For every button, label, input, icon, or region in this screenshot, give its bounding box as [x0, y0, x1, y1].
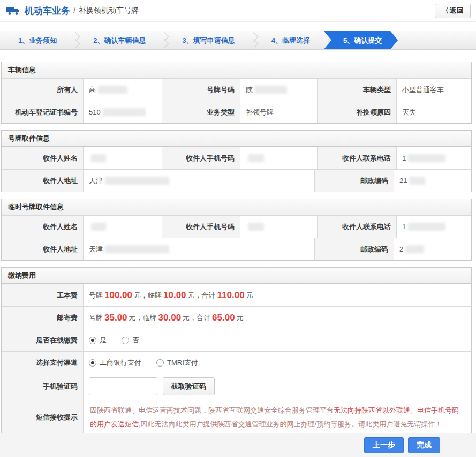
pay-channel-icbc-label: 工商银行支付: [100, 358, 141, 368]
recipient-mobile-label: 收件人手机号码: [162, 147, 240, 169]
online-pay-no-option[interactable]: 否: [122, 336, 139, 345]
recipient-phone-label: 收件人联系电话: [318, 216, 396, 238]
zip-code-label: 邮政编码: [315, 238, 394, 260]
vehicle-info-section: 车辆信息 所有人 高 号牌号码 陕 车辆类型 小型普通客车 机动车登记证书编号 …: [1, 62, 472, 124]
replace-reason-label: 补换领原因: [318, 101, 396, 123]
step-separator-icon: [249, 31, 258, 49]
registration-cert-label: 机动车登记证书编号: [2, 101, 83, 123]
online-pay-yes-option[interactable]: 是: [89, 336, 107, 345]
back-button[interactable]: 〈 返回: [435, 4, 471, 18]
redacted-text: [408, 223, 445, 231]
sms-code-field: 获取验证码: [83, 374, 471, 399]
sms-code-input[interactable]: [89, 377, 157, 395]
breadcrumb-separator: /: [73, 6, 75, 15]
plate-postage-amount: 35.00: [104, 313, 127, 323]
plate-pickup-title: 号牌取件信息: [2, 131, 471, 147]
redacted-text: [248, 223, 264, 231]
page-header: 机动车业务 / 补换领机动车号牌 〈 返回: [0, 0, 476, 22]
truck-icon: [6, 5, 20, 16]
zip-code-value: 21: [394, 170, 471, 192]
recipient-address-label: 收件人地址: [2, 238, 83, 260]
replace-reason-value: 灭失: [396, 101, 471, 123]
zip-code-label: 邮政编码: [315, 170, 394, 192]
footer-action-bar: 上一步 完成: [0, 433, 476, 457]
previous-step-button[interactable]: 上一步: [364, 437, 404, 453]
radio-unchecked-icon[interactable]: [156, 359, 164, 367]
production-fee-value: 号牌100.00元，临牌10.00元，合计110.00元: [83, 284, 471, 306]
recipient-phone-value: 1: [396, 216, 471, 238]
plate-number-value: 陕: [240, 79, 318, 101]
chevron-left-icon: 〈: [442, 6, 449, 16]
redacted-text: [91, 154, 106, 162]
table-row: 收件人姓名 收件人手机号码 收件人联系电话 1: [2, 147, 471, 169]
registration-cert-value: 510: [83, 101, 162, 123]
production-fee-row: 工本费 号牌100.00元，临牌10.00元，合计110.00元: [2, 284, 471, 306]
recipient-address-value: 天津: [83, 238, 315, 260]
redacted-text: [98, 86, 127, 94]
fees-section: 缴纳费用 工本费 号牌100.00元，临牌10.00元，合计110.00元 邮寄…: [1, 267, 472, 436]
vehicle-info-title: 车辆信息: [2, 62, 471, 78]
radio-checked-icon[interactable]: [89, 337, 96, 344]
step-2-vehicle[interactable]: 2、确认车辆信息: [79, 31, 160, 49]
recipient-name-label: 收件人姓名: [2, 216, 83, 238]
breadcrumb-current: 补换领机动车号牌: [79, 6, 139, 16]
redacted-text: [408, 154, 445, 162]
step-1-notice[interactable]: 1、业务须知: [0, 31, 71, 49]
step-progress-bar: 1、业务须知 2、确认车辆信息 3、填写申请信息 4、临牌选择 5、确认提交: [0, 31, 476, 50]
recipient-address-value: 天津: [83, 170, 315, 192]
step-5-confirm-active[interactable]: 5、确认提交: [324, 31, 398, 49]
sms-notice-row: 短信接收提示 因陕西省联通、电信运营商技术问题，陕西省互联网交通安全综合服务管理…: [2, 399, 471, 436]
zip-code-value: 2: [394, 238, 471, 260]
step-separator-icon: [160, 31, 168, 49]
temp-plate-postage-amount: 30.00: [158, 313, 182, 323]
temp-plate-fee-amount: 10.00: [163, 290, 186, 301]
postage-fee-value: 号牌35.00元，临牌30.00元，合计65.00元: [83, 307, 471, 329]
business-type-label: 业务类型: [162, 101, 240, 123]
recipient-address-label: 收件人地址: [2, 170, 83, 192]
fees-title: 缴纳费用: [2, 268, 471, 284]
step-3-application[interactable]: 3、填写申请信息: [168, 31, 248, 49]
total-fee-amount: 110.00: [217, 290, 245, 301]
online-pay-yes-label: 是: [100, 336, 107, 345]
get-sms-code-button[interactable]: 获取验证码: [163, 377, 215, 395]
pay-channel-tmri-label: TMRI支付: [167, 358, 198, 368]
pay-channel-label: 选择支付渠道: [2, 352, 83, 374]
recipient-phone-value: 1: [396, 147, 471, 169]
recipient-mobile-value: [240, 147, 318, 169]
recipient-mobile-value: [240, 216, 318, 238]
pay-channel-icbc-option[interactable]: 工商银行支付: [89, 358, 141, 368]
redacted-text: [248, 154, 264, 162]
temp-plate-pickup-section: 临时号牌取件信息 收件人姓名 收件人手机号码 收件人联系电话 1 收件人地址 天…: [1, 199, 472, 261]
finish-button[interactable]: 完成: [408, 437, 440, 453]
pay-channel-tmri-option[interactable]: TMRI支付: [156, 358, 198, 368]
sms-notice-text: 因陕西省联通、电信运营商技术问题，陕西省互联网交通安全综合服务管理平台无法向持陕…: [83, 399, 471, 436]
table-row: 收件人姓名 收件人手机号码 收件人联系电话 1: [2, 215, 471, 238]
main-content: 车辆信息 所有人 高 号牌号码 陕 车辆类型 小型普通客车 机动车登记证书编号 …: [0, 50, 476, 436]
owner-value: 高: [83, 79, 162, 101]
step-4-temp-plate[interactable]: 4、临牌选择: [258, 31, 324, 49]
sms-notice-label: 短信接收提示: [2, 399, 83, 436]
postage-fee-label: 邮寄费: [2, 307, 83, 329]
recipient-phone-label: 收件人联系电话: [318, 147, 396, 169]
postage-fee-row: 邮寄费 号牌35.00元，临牌30.00元，合计65.00元: [2, 306, 471, 329]
vehicle-type-value: 小型普通客车: [396, 79, 471, 101]
online-pay-row: 是否在线缴费 是 否: [2, 329, 471, 351]
table-row: 收件人地址 天津 邮政编码 21: [2, 169, 471, 192]
redacted-text: [255, 86, 287, 94]
owner-label: 所有人: [2, 79, 83, 101]
online-pay-options: 是 否: [83, 329, 471, 351]
recipient-name-label: 收件人姓名: [2, 147, 83, 169]
pay-channel-row: 选择支付渠道 工商银行支付 TMRI支付: [2, 351, 471, 374]
recipient-mobile-label: 收件人手机号码: [162, 216, 240, 238]
redacted-text: [409, 177, 425, 185]
redacted-text: [105, 177, 169, 185]
table-row: 收件人地址 天津 邮政编码 2: [2, 238, 471, 260]
radio-unchecked-icon[interactable]: [122, 337, 129, 344]
back-button-label: 返回: [450, 6, 464, 16]
radio-checked-icon[interactable]: [89, 359, 96, 367]
table-row: 机动车登记证书编号 510 业务类型 补领号牌 补换领原因 灭失: [2, 101, 471, 123]
redacted-text: [91, 223, 106, 231]
plate-fee-amount: 100.00: [104, 290, 132, 301]
online-pay-label: 是否在线缴费: [2, 329, 83, 351]
vehicle-type-label: 车辆类型: [318, 79, 396, 101]
